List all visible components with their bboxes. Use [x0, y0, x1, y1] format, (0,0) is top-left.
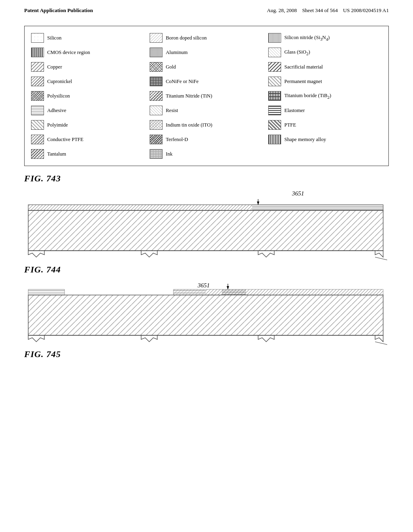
legend-item-ito: Indium tin oxide (ITO): [147, 119, 266, 131]
label-titanium-nitride: Titanium Nitride (TiN): [166, 93, 212, 99]
legend-item-ink: Ink: [147, 148, 266, 160]
swatch-tantalum: [31, 149, 44, 159]
header-patent: US 2008/0204519 A1: [343, 7, 389, 13]
swatch-copper: [31, 62, 44, 72]
label-polysilicon: Polysilicon: [47, 93, 70, 99]
legend-box: Silicon Boron doped silicon Silicon nitr…: [24, 26, 389, 166]
legend-item-elastomer: Elastomer: [266, 104, 384, 116]
label-ink: Ink: [166, 151, 173, 157]
swatch-gold: [150, 62, 163, 72]
swatch-titanium-nitride: [150, 91, 163, 101]
legend-item-sacrificial: Sacrificial material: [266, 61, 384, 73]
swatch-aluminum: [150, 48, 163, 57]
legend-item-conife: CoNiFe or NiFe: [147, 75, 266, 87]
fig745-container: 3651 3650: [24, 282, 389, 360]
main-content: Silicon Boron doped silicon Silicon nitr…: [0, 18, 413, 360]
swatch-cupronickel: [31, 77, 44, 86]
legend-item-cupronickel: Cupronickel: [29, 75, 147, 87]
label-glass: Glass (SiO2): [284, 49, 310, 56]
swatch-ptfe: [268, 120, 281, 130]
label-silicon-nitride: Silicon nitride (Si3N4): [284, 35, 330, 42]
swatch-titanium-boride: [268, 91, 281, 101]
fig744-container: 3651 3650: [24, 190, 389, 275]
swatch-ito: [150, 120, 163, 130]
legend-item-adhesive: Adhesive: [29, 104, 147, 116]
svg-rect-14: [28, 289, 65, 295]
fig745-diagram: 3650: [24, 282, 387, 347]
legend-item-boron: Boron doped silicon: [147, 32, 266, 44]
fig743-label: FIG. 743: [24, 173, 389, 184]
legend-item-gold: Gold: [147, 61, 266, 73]
swatch-terfenol: [150, 135, 163, 144]
label-conife: CoNiFe or NiFe: [166, 79, 198, 85]
fig744-label: FIG. 744: [24, 264, 389, 275]
legend-item-titanium-boride: Titanium boride (TiB2): [266, 90, 384, 102]
legend-item-aluminum: Aluminum: [147, 46, 266, 58]
svg-rect-5: [28, 210, 383, 251]
svg-marker-1: [257, 202, 259, 205]
swatch-silicon: [31, 33, 44, 43]
swatch-polyimide: [31, 120, 44, 130]
swatch-resist: [150, 106, 163, 115]
legend-item-sma: Shape memory alloy: [266, 133, 384, 145]
swatch-polysilicon: [31, 91, 44, 101]
label-silicon: Silicon: [47, 35, 61, 41]
swatch-cmos: [31, 48, 44, 57]
label-magnet: Permanent magnet: [284, 79, 322, 85]
fig745-callout-3651: 3651: [198, 282, 210, 289]
svg-rect-3: [28, 205, 252, 210]
legend-item-tantalum: Tantalum: [29, 148, 147, 160]
header-sheet: Sheet 344 of 564: [302, 7, 338, 13]
header-date: Aug. 28, 2008: [267, 7, 297, 13]
fig744-callout-3651: 3651: [292, 190, 304, 197]
page-header: Patent Application Publication Aug. 28, …: [0, 0, 413, 18]
svg-rect-4: [252, 205, 383, 210]
label-adhesive: Adhesive: [47, 108, 66, 114]
swatch-sma: [268, 135, 281, 144]
legend-item-titanium-nitride: Titanium Nitride (TiN): [147, 90, 266, 102]
label-gold: Gold: [166, 64, 176, 70]
header-publication-text: Patent Application Publication: [24, 7, 93, 13]
svg-marker-13: [227, 286, 229, 289]
fig744-diagram: 3650: [24, 197, 387, 262]
swatch-conife: [150, 77, 163, 86]
svg-line-21: [375, 342, 387, 345]
label-polyimide: Polyimide: [47, 122, 68, 128]
swatch-elastomer: [268, 106, 281, 115]
label-cmos: CMOS device region: [47, 50, 90, 56]
label-copper: Copper: [47, 64, 62, 70]
label-elastomer: Elastomer: [284, 108, 305, 114]
fig745-label: FIG. 745: [24, 349, 389, 360]
svg-rect-16: [173, 289, 206, 295]
swatch-sacrificial: [268, 62, 281, 72]
legend-item-copper: Copper: [29, 61, 147, 73]
label-resist: Resist: [166, 108, 178, 114]
label-boron: Boron doped silicon: [166, 35, 206, 41]
legend-item-magnet: Permanent magnet: [266, 75, 384, 87]
legend-item-ptfe: PTFE: [266, 119, 384, 131]
header-publication: Patent Application Publication: [24, 7, 93, 14]
label-aluminum: Aluminum: [166, 50, 188, 56]
svg-rect-19: [28, 295, 383, 335]
label-sacrificial: Sacrificial material: [284, 64, 323, 70]
label-sma: Shape memory alloy: [284, 137, 326, 143]
legend-item-resist: Resist: [147, 104, 266, 116]
legend-item-silicon: Silicon: [29, 32, 147, 44]
swatch-boron: [150, 33, 163, 43]
svg-line-7: [375, 257, 387, 260]
legend-item-cmos: CMOS device region: [29, 46, 147, 58]
swatch-ink: [150, 149, 163, 159]
label-ptfe: PTFE: [284, 122, 296, 128]
legend-item-terfenol: Terfenol-D: [147, 133, 266, 145]
legend-item-polysilicon: Polysilicon: [29, 90, 147, 102]
label-ito: Indium tin oxide (ITO): [166, 122, 212, 128]
swatch-adhesive: [31, 106, 44, 115]
label-tantalum: Tantalum: [47, 151, 66, 157]
swatch-magnet: [268, 77, 281, 86]
header-info: Aug. 28, 2008 Sheet 344 of 564 US 2008/0…: [267, 7, 389, 14]
label-terfenol: Terfenol-D: [166, 137, 188, 143]
svg-rect-18: [222, 289, 246, 295]
legend-item-polyimide: Polyimide: [29, 119, 147, 131]
legend-item-conductive-ptfe: Conductive PTFE: [29, 133, 147, 145]
label-titanium-boride: Titanium boride (TiB2): [284, 93, 331, 100]
